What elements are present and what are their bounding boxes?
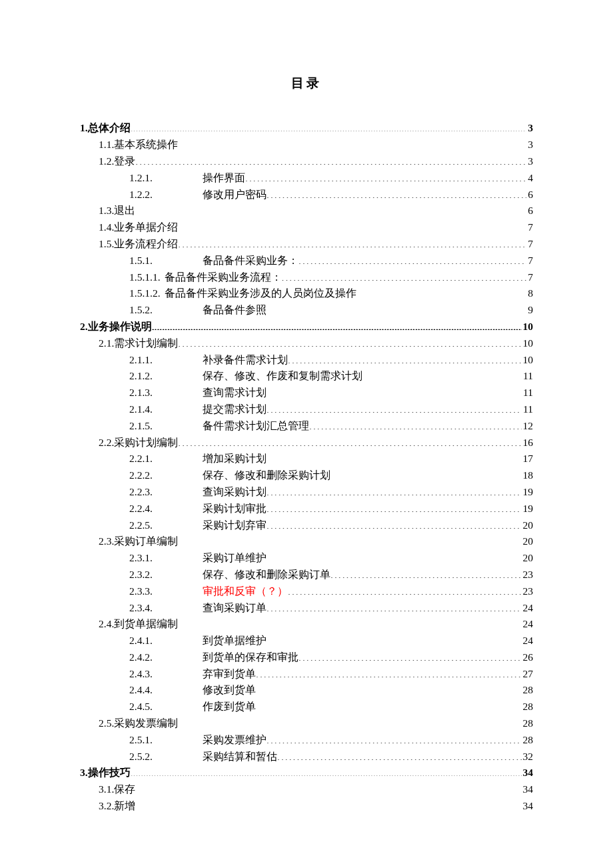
toc-leader-dots [330, 469, 522, 479]
toc-entry-page: 28 [522, 682, 534, 699]
toc-entry[interactable]: 1.2. 登录3 [99, 153, 533, 170]
toc-entry-number: 2.5. [99, 715, 114, 732]
toc-entry[interactable]: 1.4. 业务单据介绍7 [99, 219, 533, 236]
toc-entry-text: 备品备件采购业务： [203, 253, 299, 269]
toc-entry[interactable]: 2.5.1.采购发票维护28 [129, 732, 533, 749]
toc-leader-dots [178, 138, 526, 149]
toc-entry[interactable]: 2.1.1.补录备件需求计划10 [129, 352, 533, 369]
toc-entry[interactable]: 3.2. 新增34 [99, 798, 533, 815]
toc-entry-number: 2.1.1. [129, 352, 203, 369]
toc-entry-number: 2.3.4. [129, 600, 203, 617]
toc-entry[interactable]: 2.4.3.弃审到货单27 [129, 666, 533, 683]
toc-entry-text: 采购发票编制 [114, 715, 178, 732]
toc-leader-dots [282, 270, 527, 281]
toc-entry-text: 审批和反审（？） [203, 583, 288, 600]
toc-entry[interactable]: 1.5.1.2.备品备件采购业务涉及的人员岗位及操作8 [129, 285, 533, 302]
toc-entry-number: 1.5.2. [129, 302, 203, 319]
toc-entry-number: 1. [80, 120, 88, 137]
toc-entry-page: 28 [522, 732, 534, 749]
toc-entry[interactable]: 1.2.2.修改用户密码6 [129, 187, 533, 203]
toc-entry[interactable]: 1.3. 退出6 [99, 203, 533, 219]
toc-entry[interactable]: 2. 业务操作说明10 [80, 319, 533, 335]
toc-entry[interactable]: 2.3. 采购订单编制20 [99, 533, 533, 550]
toc-leader-dots [267, 386, 522, 397]
toc-leader-dots [299, 253, 526, 264]
toc-entry[interactable]: 2.1.4.提交需求计划11 [129, 401, 533, 418]
toc-entry[interactable]: 2.1. 需求计划编制10 [99, 335, 533, 352]
toc-entry-number: 2.1.4. [129, 401, 203, 418]
toc-entry-text: 查询采购订单 [203, 600, 267, 617]
toc-entry[interactable]: 1. 总体介绍3 [80, 120, 533, 137]
toc-leader-dots [245, 171, 526, 181]
toc-entry-number: 2.3.3. [129, 583, 203, 600]
toc-entry-text: 修改到货单 [203, 682, 256, 699]
toc-entry-text: 备品备件采购业务涉及的人员岗位及操作 [165, 285, 356, 302]
toc-entry[interactable]: 2.2. 采购计划编制16 [99, 435, 533, 451]
toc-entry-text: 到货单据编制 [114, 616, 178, 633]
toc-entry[interactable]: 1.1. 基本系统操作3 [99, 137, 533, 153]
toc-entry[interactable]: 1.5.1.备品备件采购业务：7 [129, 253, 533, 269]
toc-entry[interactable]: 1.5.2.备品备件参照9 [129, 302, 533, 319]
toc-entry[interactable]: 2.2.2.保存、修改和删除采购计划18 [129, 467, 533, 484]
toc-entry[interactable]: 2.2.3.查询采购计划19 [129, 484, 533, 501]
toc-entry-page: 34 [522, 765, 534, 781]
toc-entry-page: 11 [522, 368, 533, 385]
toc-leader-dots [135, 783, 521, 793]
toc-entry[interactable]: 3.1. 保存34 [99, 781, 533, 798]
toc-entry-number: 2.2.2. [129, 467, 203, 484]
toc-entry[interactable]: 2.5.2.采购结算和暂估32 [129, 749, 533, 765]
toc-entry[interactable]: 2.1.3.查询需求计划11 [129, 385, 533, 401]
toc-entry-text: 采购发票维护 [203, 732, 267, 749]
table-of-contents: 1. 总体介绍31.1. 基本系统操作31.2. 登录31.2.1.操作界面41… [80, 120, 533, 814]
toc-entry-text: 查询采购计划 [203, 484, 267, 501]
toc-entry-page: 34 [522, 798, 534, 815]
toc-entry[interactable]: 2.4.5.作废到货单28 [129, 699, 533, 715]
toc-entry-text: 登录 [114, 153, 135, 170]
toc-entry-text: 采购计划弃审 [203, 517, 267, 534]
toc-leader-dots [277, 749, 522, 760]
toc-entry-number: 2.5.1. [129, 732, 203, 749]
toc-entry[interactable]: 1.5. 业务流程介绍7 [99, 236, 533, 253]
toc-entry[interactable]: 2.4.1.到货单据维护24 [129, 633, 533, 649]
toc-entry[interactable]: 2.4.2.到货单的保存和审批26 [129, 649, 533, 666]
toc-entry[interactable]: 2.3.3.审批和反审（？）23 [129, 583, 533, 600]
toc-entry-page: 8 [526, 285, 533, 302]
toc-entry[interactable]: 1.2.1.操作界面4 [129, 170, 533, 187]
toc-entry[interactable]: 2.3.4.查询采购订单24 [129, 600, 533, 617]
toc-entry-page: 26 [522, 649, 534, 666]
toc-leader-dots [356, 287, 527, 297]
toc-entry[interactable]: 2.4.4.修改到货单28 [129, 682, 533, 699]
toc-entry-page: 28 [522, 699, 534, 715]
toc-entry[interactable]: 2.3.1.采购订单维护20 [129, 550, 533, 567]
toc-leader-dots [309, 419, 522, 429]
toc-entry[interactable]: 2.1.2.保存、修改、作废和复制需求计划11 [129, 368, 533, 385]
toc-entry-text: 备品备件采购业务流程： [165, 269, 282, 286]
toc-entry-page: 6 [526, 203, 533, 219]
toc-entry-number: 2.4.4. [129, 682, 203, 699]
toc-entry-page: 10 [522, 319, 534, 335]
toc-entry-number: 1.3. [99, 203, 114, 219]
toc-entry-text: 新增 [114, 798, 135, 815]
toc-entry[interactable]: 2.2.5.采购计划弃审20 [129, 517, 533, 534]
toc-entry-number: 2.4.5. [129, 699, 203, 715]
toc-entry-page: 20 [522, 550, 534, 567]
toc-entry[interactable]: 2.4. 到货单据编制24 [99, 616, 533, 633]
toc-entry[interactable]: 2.2.1.增加采购计划17 [129, 451, 533, 467]
toc-entry[interactable]: 1.5.1.1.备品备件采购业务流程：7 [129, 269, 533, 286]
toc-entry-text: 保存、修改和删除采购订单 [203, 567, 330, 583]
toc-entry[interactable]: 2.3.2.保存、修改和删除采购订单23 [129, 567, 533, 583]
toc-entry-number: 2.1.3. [129, 385, 203, 401]
toc-entry-page: 34 [522, 781, 534, 798]
toc-entry-number: 2.2.3. [129, 484, 203, 501]
toc-leader-dots [288, 584, 522, 595]
toc-entry-page: 27 [522, 666, 534, 683]
page-title: 目录 [80, 73, 533, 93]
toc-entry-page: 24 [522, 633, 534, 649]
toc-leader-dots [135, 154, 526, 165]
toc-entry[interactable]: 2.5. 采购发票编制28 [99, 715, 533, 732]
toc-entry[interactable]: 3. 操作技巧34 [80, 765, 533, 781]
toc-entry-text: 退出 [114, 203, 135, 219]
toc-entry[interactable]: 2.1.5.备件需求计划汇总管理12 [129, 418, 533, 435]
toc-entry[interactable]: 2.2.4.采购计划审批19 [129, 501, 533, 517]
toc-entry-text: 保存 [114, 781, 135, 798]
